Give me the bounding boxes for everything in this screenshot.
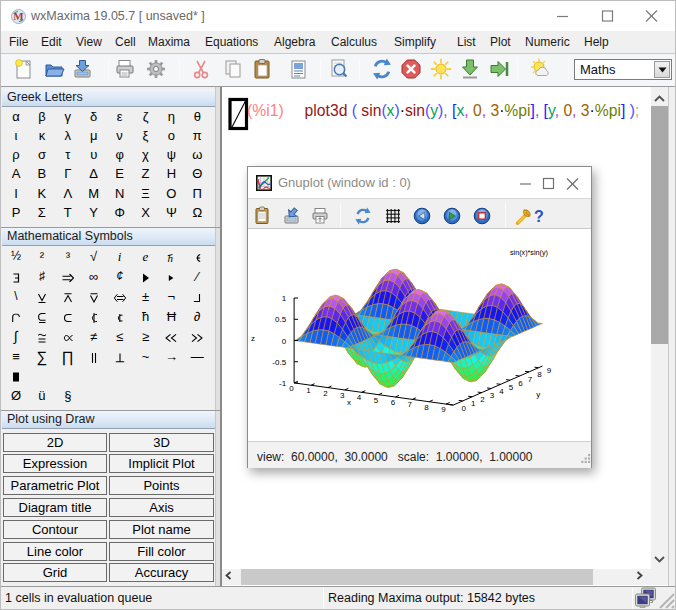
svg-text:2: 2 <box>480 395 485 404</box>
svg-text:4: 4 <box>499 387 504 396</box>
svg-text:0: 0 <box>282 337 287 346</box>
svg-text:0: 0 <box>289 384 294 393</box>
svg-text:5: 5 <box>374 396 379 405</box>
svg-text:-1: -1 <box>279 379 287 388</box>
svg-text:7: 7 <box>408 400 413 409</box>
svg-text:-0.5: -0.5 <box>272 358 286 367</box>
svg-text:4: 4 <box>357 393 362 402</box>
svg-text:1: 1 <box>282 294 287 303</box>
svg-text:3: 3 <box>490 391 495 400</box>
svg-text:2: 2 <box>323 389 328 398</box>
svg-text:?: ? <box>534 208 544 225</box>
svg-text:0: 0 <box>461 404 466 413</box>
svg-text:7: 7 <box>528 375 533 384</box>
svg-text:9: 9 <box>547 366 552 375</box>
svg-text:h: h <box>168 253 174 264</box>
svg-text:x: x <box>347 398 351 407</box>
svg-text:0.5: 0.5 <box>275 315 287 324</box>
svg-text:6: 6 <box>518 379 523 388</box>
svg-text:8: 8 <box>424 403 429 412</box>
svg-text:8: 8 <box>537 370 542 379</box>
svg-text:6: 6 <box>391 398 396 407</box>
svg-text:y: y <box>536 390 540 399</box>
svg-text:9: 9 <box>441 405 446 414</box>
svg-text:3: 3 <box>340 391 345 400</box>
svg-text:z: z <box>251 334 255 343</box>
svg-text:1: 1 <box>306 386 311 395</box>
svg-text:sin(x)*sin(y): sin(x)*sin(y) <box>510 248 548 257</box>
svg-text:1: 1 <box>471 399 476 408</box>
svg-text:5: 5 <box>509 383 514 392</box>
